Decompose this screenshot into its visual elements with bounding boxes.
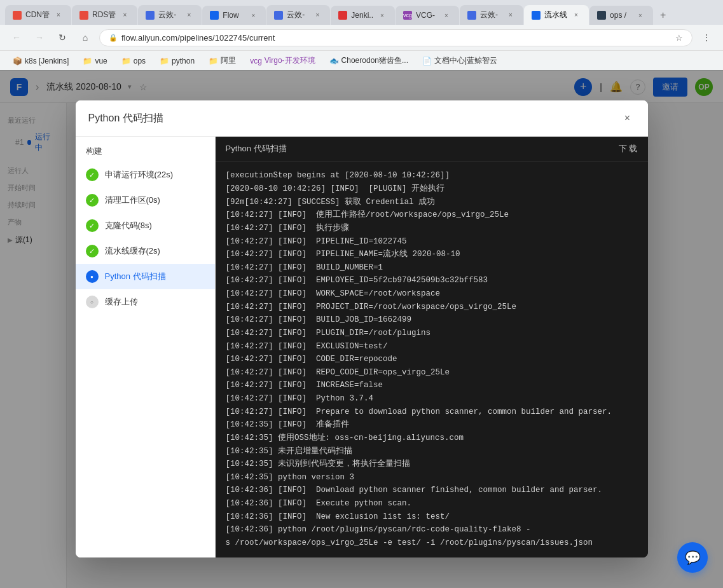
bookmark-icon-ali: 📁 [209, 57, 218, 65]
log-line: [10:42:27] [INFO] PLUGIN_DIR=/root/plugi… [226, 327, 638, 340]
tab-title-active: 流水线 [544, 10, 567, 20]
log-line: [10:42:35] 未识别到代码变更，将执行全量扫描 [226, 458, 638, 471]
log-content[interactable]: [executionStep begins at [2020-08-10 10:… [216, 161, 648, 557]
step-item-cache[interactable]: ✓ 流水线缓存(2s) [76, 238, 215, 264]
log-line: [executionStep begins at [2020-08-10 10:… [226, 169, 638, 182]
secure-icon: 🔒 [109, 34, 118, 42]
tab-close-flow[interactable]: × [248, 10, 258, 20]
bookmark-icon-virgo: vcg [250, 57, 262, 65]
bookmark-star[interactable]: ☆ [675, 33, 683, 43]
tab-close-yun2[interactable]: × [312, 10, 322, 20]
new-tab-button[interactable]: + [654, 6, 672, 25]
bookmark-python[interactable]: 📁 python [155, 55, 200, 67]
modal-close-button[interactable]: × [620, 111, 635, 126]
address-bar[interactable]: 🔒 flow.aliyun.com/pipelines/1022745/curr… [99, 29, 692, 46]
step-name-env: 申请运行环境(22s) [105, 169, 174, 181]
tab-jenkins[interactable]: Jenki.. × [331, 6, 395, 25]
chat-bubble[interactable]: 💬 [677, 542, 708, 573]
tab-title-jenkins: Jenki.. [351, 11, 373, 20]
tab-favicon-yun1 [146, 11, 155, 20]
tab-active[interactable]: 流水线 × [524, 5, 589, 25]
step-item-clone[interactable]: ✓ 克隆代码(8s) [76, 213, 215, 238]
tab-flow[interactable]: Flow × [202, 6, 266, 25]
forward-button[interactable]: → [31, 29, 48, 46]
tab-yun1[interactable]: 云效- × [138, 5, 202, 25]
tab-favicon-yun2 [274, 11, 283, 20]
tab-yun3[interactable]: 云效- × [460, 5, 523, 25]
bookmark-vue[interactable]: 📁 vue [78, 55, 112, 67]
log-line: [10:42:27] [INFO] BUILD_JOB_ID=1662499 [226, 313, 638, 327]
log-line: [10:42:36] [INFO] New exclusion list is:… [226, 510, 638, 524]
bookmark-ops[interactable]: 📁 ops [116, 55, 151, 67]
log-line: [10:42:27] [INFO] 执行步骤 [226, 222, 638, 235]
bookmark-icon-choerodon: 🐟 [329, 57, 339, 65]
tab-favicon-jenkins [338, 11, 347, 20]
bookmark-k8s[interactable]: 📦 k8s [Jenkins] [8, 55, 74, 67]
step-icon-scan: ● [86, 270, 99, 283]
step-icon-env: ✓ [86, 168, 99, 181]
log-line: [10:42:36] [INFO] Download python scanne… [226, 484, 638, 497]
step-name-cache: 流水线缓存(2s) [105, 245, 160, 257]
bookmark-label-docs: 文档中心|蓝鲸智云 [434, 55, 497, 66]
nav-actions: ⋮ [698, 29, 715, 46]
step-icon-clean: ✓ [86, 194, 99, 207]
log-line: [10:42:35] 未开启增量代码扫描 [226, 445, 638, 458]
log-line: [10:42:27] [INFO] Python 3.7.4 [226, 392, 638, 406]
steps-section-title: 构建 [76, 137, 215, 162]
tab-close-yun1[interactable]: × [184, 10, 194, 20]
bookmark-label-choerodon: Choerodon猪齿鱼... [341, 55, 408, 66]
download-button[interactable]: 下 载 [619, 143, 638, 154]
tab-favicon-yun3 [467, 11, 476, 20]
bookmark-docs[interactable]: 📄 文档中心|蓝鲸智云 [417, 53, 502, 68]
step-item-env[interactable]: ✓ 申请运行环境(22s) [76, 162, 215, 188]
tab-vcg[interactable]: vcg VCG- × [396, 6, 459, 25]
back-button[interactable]: ← [8, 29, 25, 46]
tab-close-active[interactable]: × [571, 10, 581, 20]
tab-close-ops[interactable]: × [635, 10, 645, 20]
bookmark-icon-docs: 📄 [422, 57, 432, 65]
log-line: s /root/workspace/ops_virgo_25Le -e test… [226, 537, 638, 550]
log-line: [10:42:35] 使用OSS地址: oss-cn-beijing.aliyu… [226, 432, 638, 445]
tab-ops[interactable]: ops / × [589, 6, 653, 25]
bookmark-label-ops: ops [134, 57, 146, 65]
browser-chrome: CDN管 × RDS管 × 云效- × Flow × 云效- × Jenki..… [0, 0, 723, 71]
bookmark-choerodon[interactable]: 🐟 Choerodon猪齿鱼... [324, 53, 413, 68]
tab-favicon-active [532, 11, 541, 20]
home-button[interactable]: ⌂ [76, 29, 94, 46]
tab-close-yun3[interactable]: × [506, 10, 516, 20]
log-line: [10:42:27] [INFO] BUILD_NUMBER=1 [226, 261, 638, 275]
log-line: [10:42:27] [INFO] EMPLOYEE_ID=5f2cb97042… [226, 274, 638, 287]
step-icon-cache: ✓ [86, 245, 99, 257]
tab-close-jenkins[interactable]: × [377, 10, 387, 20]
bookmark-label-k8s: k8s [Jenkins] [25, 57, 69, 65]
log-panel: Python 代码扫描 下 载 [executionStep begins at… [216, 137, 648, 557]
tab-rds[interactable]: RDS管 × [72, 5, 137, 25]
modal-overlay: Python 代码扫描 × 构建 ✓ 申请运行环境(22s) ✓ 清理工作区(0… [0, 70, 723, 588]
reload-button[interactable]: ↻ [53, 29, 71, 46]
log-line: [10:42:27] [INFO] PROJECT_DIR=/root/work… [226, 301, 638, 314]
tab-title-yun1: 云效- [158, 10, 180, 20]
step-item-upload[interactable]: ○ 缓存上传 [76, 289, 215, 315]
tab-cdn[interactable]: CDN管 × [5, 5, 71, 25]
bookmark-label-ali: 阿里 [221, 55, 236, 66]
tab-title-rds: RDS管 [92, 10, 116, 20]
step-item-scan[interactable]: ● Python 代码扫描 [76, 264, 215, 289]
bookmark-icon-ops: 📁 [121, 57, 131, 65]
bookmark-icon-vue: 📁 [83, 57, 92, 65]
tab-close-vcg[interactable]: × [441, 10, 451, 20]
nav-bar: ← → ↻ ⌂ 🔒 flow.aliyun.com/pipelines/1022… [0, 25, 723, 51]
log-line: [10:42:36] [INFO] Execute python scan. [226, 497, 638, 510]
log-line: [10:42:27] [INFO] WORK_SPACE=/root/works… [226, 287, 638, 301]
tab-close-rds[interactable]: × [120, 10, 130, 20]
bookmark-ali[interactable]: 📁 阿里 [203, 53, 241, 68]
extensions-button[interactable]: ⋮ [698, 29, 715, 46]
tab-title-flow: Flow [223, 11, 244, 20]
log-line: [10:42:27] [INFO] 使用工作路径/root/workspace/… [226, 209, 638, 222]
tab-title-yun3: 云效- [480, 10, 502, 20]
tab-close-cdn[interactable]: × [53, 10, 64, 20]
step-item-clean[interactable]: ✓ 清理工作区(0s) [76, 188, 215, 213]
tab-yun2[interactable]: 云效- × [266, 5, 330, 25]
bookmark-virgo[interactable]: vcg Virgo-开发环境 [245, 53, 320, 68]
log-line: [10:42:27] [INFO] CODE_DIR=repocode [226, 353, 638, 366]
tab-favicon-rds [79, 11, 88, 20]
